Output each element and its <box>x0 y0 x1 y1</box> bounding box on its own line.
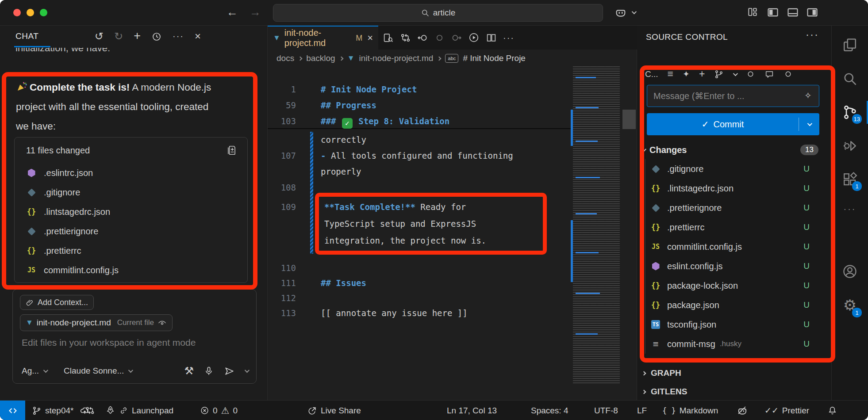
configure-tools-icon[interactable]: ⚒ <box>184 365 194 377</box>
microphone-icon[interactable] <box>204 366 214 376</box>
agent-mode-dropdown[interactable]: Ag... <box>22 366 47 376</box>
sidebar-item-search[interactable] <box>832 65 868 93</box>
sidebar-item-source-control[interactable]: 13 <box>832 98 868 126</box>
chat-history-icon[interactable] <box>151 30 162 42</box>
scm-file-row[interactable]: .prettierignore U <box>637 198 825 218</box>
zoom-window-button[interactable] <box>40 9 47 16</box>
editor-scrollbar-thumb[interactable] <box>622 110 636 129</box>
launchpad-status-item[interactable]: Launchpad <box>105 401 173 420</box>
remote-indicator-button[interactable] <box>0 401 25 420</box>
minimap[interactable] <box>573 66 620 385</box>
commit-button[interactable]: ✓Commit <box>647 113 819 135</box>
forward-button[interactable]: → <box>250 5 261 19</box>
breadcrumb-file[interactable]: init-node-project.md <box>359 53 433 63</box>
chat-changed-file-row[interactable]: .prettierignore <box>15 221 247 241</box>
indentation-item[interactable]: Spaces: 4 <box>531 401 568 420</box>
scm-file-row[interactable]: commitlint.config.js U <box>637 237 825 256</box>
sticky-heading-2[interactable]: ## Progress <box>321 97 376 113</box>
clipped-toolbar-icon[interactable] <box>784 69 793 79</box>
formatter-status-item[interactable]: ✓✓ Prettier <box>764 401 809 420</box>
tab-close-icon[interactable]: × <box>367 32 373 44</box>
toggle-primary-sidebar-button[interactable] <box>767 6 779 19</box>
chat-changed-file-row[interactable]: .eslintrc.json <box>15 163 247 183</box>
command-center-search[interactable]: article <box>273 4 603 22</box>
model-picker-dropdown[interactable]: Claude Sonne... <box>64 366 132 376</box>
sparkle-icon[interactable]: ✦ <box>683 69 690 79</box>
breadcrumb-symbol[interactable]: # Init Node Proje <box>463 53 526 63</box>
send-icon[interactable] <box>224 366 235 377</box>
problems-status-item[interactable]: 0 ⚠ 0 <box>200 401 238 420</box>
scm-file-row[interactable]: package-lock.json U <box>637 276 825 295</box>
breadcrumb-folder[interactable]: docs <box>277 53 294 63</box>
encoding-item[interactable]: UTF-8 <box>594 401 618 420</box>
previous-change-icon[interactable] <box>417 32 428 43</box>
cursor-position-item[interactable]: Ln 17, Col 13 <box>447 401 497 420</box>
comment-icon[interactable] <box>764 69 774 79</box>
tab-init-node-project[interactable]: ▼ init-node-project.md M × <box>268 26 378 50</box>
language-mode-item[interactable]: { } Markdown <box>662 401 718 420</box>
chat-redo-icon[interactable]: ↻ <box>114 30 123 42</box>
view-diff-icon[interactable] <box>226 145 238 156</box>
graph-section-header[interactable]: GRAPH <box>642 365 819 381</box>
copilot-status-item[interactable] <box>737 401 748 420</box>
chat-close-icon[interactable]: × <box>195 30 201 42</box>
back-button[interactable]: ← <box>227 5 238 19</box>
scm-file-row[interactable]: package.json U <box>637 295 825 315</box>
new-chat-icon[interactable]: + <box>134 29 141 43</box>
commit-options-chevron[interactable] <box>799 122 819 126</box>
toggle-secondary-sidebar-button[interactable] <box>806 6 818 19</box>
changes-section-header[interactable]: Changes 13 <box>641 141 825 158</box>
commit-message-input[interactable] <box>647 85 819 107</box>
activity-bar-more-icon[interactable]: ··· <box>832 195 868 223</box>
generate-commit-message-sparkle-icon[interactable]: ✧ <box>804 90 812 101</box>
add-context-button[interactable]: Add Context... <box>20 295 94 310</box>
chat-more-actions-icon[interactable]: ··· <box>173 31 184 41</box>
sidebar-item-extensions[interactable]: 1 <box>832 165 868 194</box>
copilot-menu-button[interactable] <box>614 6 635 19</box>
chat-undo-icon[interactable]: ↺ <box>95 30 104 42</box>
sidebar-item-run-debug[interactable] <box>832 132 868 160</box>
sticky-heading-1[interactable]: # Init Node Project <box>321 81 417 97</box>
editor-more-actions-icon[interactable]: ··· <box>503 33 515 43</box>
chat-changed-file-row[interactable]: commitlint.config.js <box>15 260 247 280</box>
live-share-status-item[interactable]: Live Share <box>307 401 361 420</box>
scm-file-row[interactable]: commit-msg .husky U <box>637 334 825 354</box>
toggle-panel-button[interactable] <box>787 6 799 19</box>
send-options-chevron-icon[interactable] <box>245 368 250 373</box>
open-preview-icon[interactable] <box>383 32 394 43</box>
close-window-button[interactable] <box>13 9 21 16</box>
chat-changed-file-row[interactable]: .gitignore <box>15 183 247 202</box>
gitlens-compare-item[interactable] <box>85 401 95 420</box>
scm-more-actions-icon[interactable]: ··· <box>806 28 819 41</box>
scm-file-row[interactable]: .gitignore U <box>637 159 825 179</box>
customize-layout-button[interactable] <box>747 6 758 18</box>
attached-file-chip[interactable]: ▼ init-node-project.md Current file <box>20 314 173 331</box>
scm-file-row[interactable]: .lintstagedrc.json U <box>637 179 825 198</box>
breadcrumb-folder[interactable]: backlog <box>306 53 335 63</box>
chat-changed-file-row[interactable]: .prettierrc <box>15 241 247 260</box>
notifications-bell-item[interactable] <box>827 401 837 420</box>
scm-file-row[interactable]: .prettierrc U <box>637 218 825 237</box>
minimize-window-button[interactable] <box>27 9 34 16</box>
repo-name-label[interactable]: C... <box>645 69 658 79</box>
sticky-heading-3[interactable]: ### ✓ Step 8: Validation <box>321 113 449 129</box>
chat-changed-file-row[interactable]: .lintstagedrc.json <box>15 202 247 221</box>
scm-file-row[interactable]: eslint.config.js U <box>637 256 825 276</box>
view-as-list-icon[interactable]: ≡ <box>668 68 673 80</box>
split-editor-icon[interactable] <box>486 32 497 43</box>
chevron-down-icon[interactable] <box>733 71 738 76</box>
run-or-debug-icon[interactable] <box>468 32 480 43</box>
settings-gear-icon[interactable]: ⚙ 1 <box>832 291 868 319</box>
stage-all-icon[interactable]: + <box>699 68 705 80</box>
next-change-icon[interactable] <box>451 32 462 43</box>
sidebar-item-explorer[interactable] <box>832 31 868 59</box>
eol-item[interactable]: LF <box>637 401 647 420</box>
open-changes-icon[interactable] <box>400 32 411 43</box>
branch-status-item[interactable]: step04* <box>32 401 90 420</box>
refresh-circle-icon[interactable] <box>746 69 755 79</box>
current-change-icon[interactable] <box>434 33 445 43</box>
account-icon[interactable] <box>832 257 868 286</box>
gitlens-section-header[interactable]: GITLENS <box>642 384 819 400</box>
branch-icon[interactable] <box>714 69 724 79</box>
scm-file-row[interactable]: tsconfig.json U <box>637 315 825 334</box>
